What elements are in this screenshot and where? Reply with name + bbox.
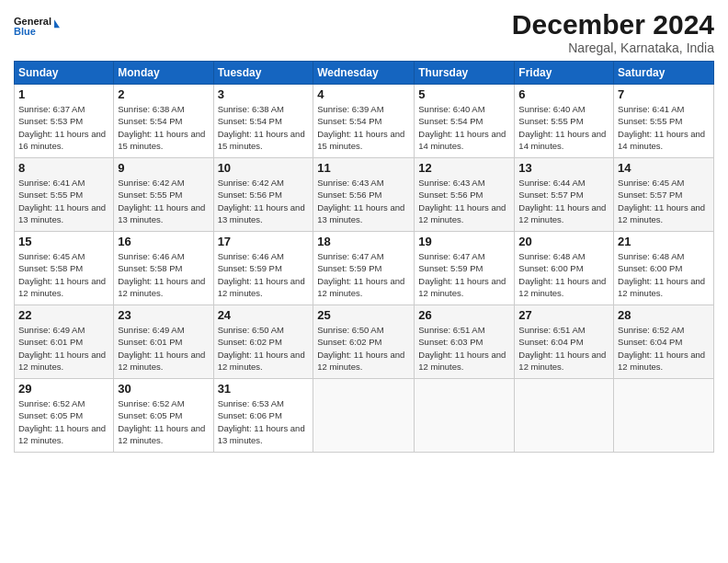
day-cell-29: 29 Sunrise: 6:52 AM Sunset: 6:05 PM Dayl… (15, 379, 114, 453)
day-cell-17: 17 Sunrise: 6:46 AM Sunset: 5:59 PM Dayl… (213, 232, 313, 305)
day-info-6: Sunrise: 6:40 AM Sunset: 5:55 PM Dayligh… (518, 103, 609, 152)
col-wednesday: Wednesday (313, 62, 415, 85)
day-info-10: Sunrise: 6:42 AM Sunset: 5:56 PM Dayligh… (218, 177, 310, 225)
day-cell-13: 13 Sunrise: 6:44 AM Sunset: 5:57 PM Dayl… (515, 158, 614, 232)
calendar-week-row: 1 Sunrise: 6:37 AM Sunset: 5:53 PM Dayli… (15, 85, 714, 158)
day-number-13: 13 (518, 161, 609, 175)
day-number-31: 31 (218, 382, 310, 396)
day-cell-11: 11 Sunrise: 6:43 AM Sunset: 5:56 PM Dayl… (313, 158, 415, 232)
day-info-2: Sunrise: 6:38 AM Sunset: 5:54 PM Dayligh… (118, 103, 209, 152)
logo-svg: General Blue (14, 9, 60, 46)
day-number-30: 30 (118, 382, 209, 396)
day-cell-20: 20 Sunrise: 6:48 AM Sunset: 6:00 PM Dayl… (515, 232, 614, 305)
day-number-28: 28 (618, 308, 710, 322)
month-title: December 2024 (512, 9, 714, 40)
day-cell-15: 15 Sunrise: 6:45 AM Sunset: 5:58 PM Dayl… (15, 232, 114, 305)
col-tuesday: Tuesday (213, 62, 313, 85)
calendar-week-row: 15 Sunrise: 6:45 AM Sunset: 5:58 PM Dayl… (15, 232, 714, 305)
day-cell-16: 16 Sunrise: 6:46 AM Sunset: 5:58 PM Dayl… (114, 232, 213, 305)
header-row: Sunday Monday Tuesday Wednesday Thursday… (15, 62, 714, 85)
day-info-19: Sunrise: 6:47 AM Sunset: 5:59 PM Dayligh… (418, 250, 510, 299)
day-info-4: Sunrise: 6:39 AM Sunset: 5:54 PM Dayligh… (317, 103, 410, 152)
day-number-17: 17 (218, 235, 310, 248)
empty-cell (515, 379, 614, 453)
day-number-16: 16 (118, 235, 209, 248)
day-cell-12: 12 Sunrise: 6:43 AM Sunset: 5:56 PM Dayl… (415, 158, 515, 232)
day-cell-28: 28 Sunrise: 6:52 AM Sunset: 6:04 PM Dayl… (614, 305, 714, 379)
day-cell-21: 21 Sunrise: 6:48 AM Sunset: 6:00 PM Dayl… (614, 232, 714, 305)
day-info-31: Sunrise: 6:53 AM Sunset: 6:06 PM Dayligh… (218, 397, 310, 446)
day-info-20: Sunrise: 6:48 AM Sunset: 6:00 PM Dayligh… (518, 250, 609, 299)
empty-cell (614, 379, 714, 453)
day-number-7: 7 (618, 87, 710, 101)
day-number-6: 6 (518, 87, 609, 101)
day-cell-10: 10 Sunrise: 6:42 AM Sunset: 5:56 PM Dayl… (213, 158, 313, 232)
day-cell-4: 4 Sunrise: 6:39 AM Sunset: 5:54 PM Dayli… (313, 85, 415, 158)
calendar-table: Sunday Monday Tuesday Wednesday Thursday… (14, 61, 714, 453)
day-cell-30: 30 Sunrise: 6:52 AM Sunset: 6:05 PM Dayl… (114, 379, 213, 453)
day-cell-6: 6 Sunrise: 6:40 AM Sunset: 5:55 PM Dayli… (515, 85, 614, 158)
day-number-19: 19 (418, 235, 510, 248)
day-info-13: Sunrise: 6:44 AM Sunset: 5:57 PM Dayligh… (518, 177, 609, 225)
day-number-4: 4 (317, 87, 410, 101)
col-friday: Friday (515, 62, 614, 85)
col-sunday: Sunday (15, 62, 114, 85)
day-info-21: Sunrise: 6:48 AM Sunset: 6:00 PM Dayligh… (618, 250, 710, 299)
day-number-8: 8 (18, 161, 109, 175)
day-number-22: 22 (18, 308, 109, 322)
svg-text:General: General (14, 16, 51, 27)
day-number-14: 14 (618, 161, 710, 175)
day-cell-27: 27 Sunrise: 6:51 AM Sunset: 6:04 PM Dayl… (515, 305, 614, 379)
empty-cell (313, 379, 415, 453)
day-number-23: 23 (118, 308, 209, 322)
day-info-15: Sunrise: 6:45 AM Sunset: 5:58 PM Dayligh… (18, 250, 109, 299)
col-thursday: Thursday (415, 62, 515, 85)
day-number-1: 1 (18, 87, 109, 101)
day-number-27: 27 (518, 308, 609, 322)
day-cell-22: 22 Sunrise: 6:49 AM Sunset: 6:01 PM Dayl… (15, 305, 114, 379)
day-cell-18: 18 Sunrise: 6:47 AM Sunset: 5:59 PM Dayl… (313, 232, 415, 305)
col-saturday: Saturday (614, 62, 714, 85)
location-title: Naregal, Karnataka, India (512, 40, 714, 55)
day-cell-8: 8 Sunrise: 6:41 AM Sunset: 5:55 PM Dayli… (15, 158, 114, 232)
day-cell-19: 19 Sunrise: 6:47 AM Sunset: 5:59 PM Dayl… (415, 232, 515, 305)
day-info-3: Sunrise: 6:38 AM Sunset: 5:54 PM Dayligh… (218, 103, 310, 152)
day-cell-25: 25 Sunrise: 6:50 AM Sunset: 6:02 PM Dayl… (313, 305, 415, 379)
day-cell-9: 9 Sunrise: 6:42 AM Sunset: 5:55 PM Dayli… (114, 158, 213, 232)
day-info-12: Sunrise: 6:43 AM Sunset: 5:56 PM Dayligh… (418, 177, 510, 225)
day-cell-26: 26 Sunrise: 6:51 AM Sunset: 6:03 PM Dayl… (415, 305, 515, 379)
day-info-22: Sunrise: 6:49 AM Sunset: 6:01 PM Dayligh… (18, 324, 109, 373)
day-info-27: Sunrise: 6:51 AM Sunset: 6:04 PM Dayligh… (518, 324, 609, 373)
day-info-1: Sunrise: 6:37 AM Sunset: 5:53 PM Dayligh… (18, 103, 109, 152)
logo: General Blue (14, 9, 60, 46)
day-number-20: 20 (518, 235, 609, 248)
day-info-25: Sunrise: 6:50 AM Sunset: 6:02 PM Dayligh… (317, 324, 410, 373)
day-info-14: Sunrise: 6:45 AM Sunset: 5:57 PM Dayligh… (618, 177, 710, 225)
day-number-2: 2 (118, 87, 209, 101)
day-info-7: Sunrise: 6:41 AM Sunset: 5:55 PM Dayligh… (618, 103, 710, 152)
empty-cell (415, 379, 515, 453)
day-number-3: 3 (218, 87, 310, 101)
day-cell-24: 24 Sunrise: 6:50 AM Sunset: 6:02 PM Dayl… (213, 305, 313, 379)
day-info-8: Sunrise: 6:41 AM Sunset: 5:55 PM Dayligh… (18, 177, 109, 225)
day-info-17: Sunrise: 6:46 AM Sunset: 5:59 PM Dayligh… (218, 250, 310, 299)
day-cell-31: 31 Sunrise: 6:53 AM Sunset: 6:06 PM Dayl… (213, 379, 313, 453)
day-info-9: Sunrise: 6:42 AM Sunset: 5:55 PM Dayligh… (118, 177, 209, 225)
day-cell-5: 5 Sunrise: 6:40 AM Sunset: 5:54 PM Dayli… (415, 85, 515, 158)
day-info-29: Sunrise: 6:52 AM Sunset: 6:05 PM Dayligh… (18, 397, 109, 446)
svg-marker-2 (54, 19, 60, 28)
svg-text:Blue: Blue (14, 26, 36, 37)
day-info-16: Sunrise: 6:46 AM Sunset: 5:58 PM Dayligh… (118, 250, 209, 299)
day-number-5: 5 (418, 87, 510, 101)
main-container: General Blue December 2024 Naregal, Karn… (0, 0, 728, 462)
day-info-11: Sunrise: 6:43 AM Sunset: 5:56 PM Dayligh… (317, 177, 410, 225)
day-info-18: Sunrise: 6:47 AM Sunset: 5:59 PM Dayligh… (317, 250, 410, 299)
day-cell-1: 1 Sunrise: 6:37 AM Sunset: 5:53 PM Dayli… (15, 85, 114, 158)
day-info-30: Sunrise: 6:52 AM Sunset: 6:05 PM Dayligh… (118, 397, 209, 446)
header: General Blue December 2024 Naregal, Karn… (14, 9, 714, 55)
day-number-25: 25 (317, 308, 410, 322)
title-block: December 2024 Naregal, Karnataka, India (512, 9, 714, 55)
calendar-week-row: 29 Sunrise: 6:52 AM Sunset: 6:05 PM Dayl… (15, 379, 714, 453)
day-number-12: 12 (418, 161, 510, 175)
day-cell-23: 23 Sunrise: 6:49 AM Sunset: 6:01 PM Dayl… (114, 305, 213, 379)
